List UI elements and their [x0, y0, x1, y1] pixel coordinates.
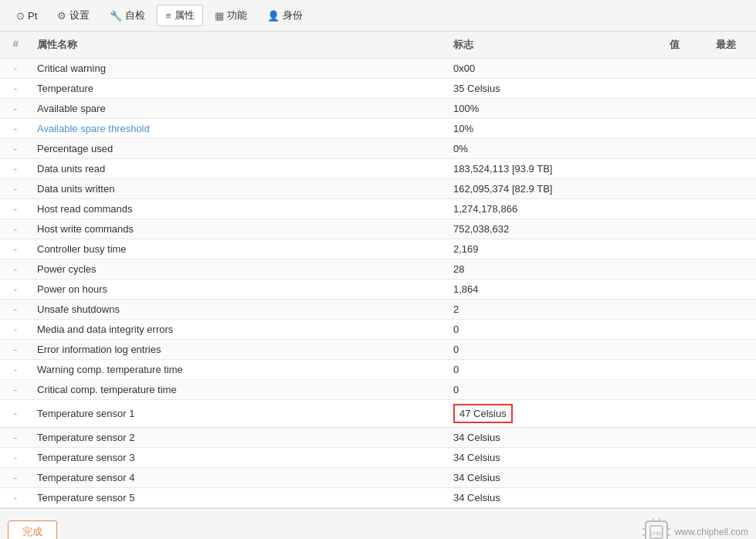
row-name: Data units written	[31, 179, 447, 198]
row-flag: 10%	[447, 119, 663, 138]
row-diff	[710, 434, 756, 442]
row-num: -	[0, 199, 31, 219]
row-diff	[710, 286, 756, 293]
watermark: chip www.chiphell.com	[642, 518, 748, 539]
row-flag: 100%	[447, 99, 663, 118]
row-num: -	[0, 280, 31, 299]
row-diff	[710, 145, 756, 153]
row-num: -	[0, 320, 31, 339]
svg-text:chip: chip	[650, 530, 662, 537]
row-name: Temperature sensor 2	[31, 428, 447, 447]
table-row: -Error information log entries0	[0, 340, 756, 360]
row-value	[663, 494, 710, 502]
row-diff	[710, 474, 756, 482]
row-name: Temperature sensor 3	[31, 448, 447, 467]
row-num: -	[0, 404, 31, 423]
row-value	[663, 306, 710, 314]
row-diff	[710, 346, 756, 354]
table-row: -Media and data integrity errors0	[0, 320, 756, 340]
footer: 完成 chip www.chiphell.com	[0, 508, 756, 539]
row-name: Available spare	[31, 99, 447, 118]
toolbar-btn-attributes[interactable]: ≡属性	[157, 5, 203, 26]
identity-icon: 👤	[267, 10, 280, 22]
row-name: Unsafe shutdowns	[31, 300, 447, 319]
row-value	[663, 105, 710, 113]
row-flag: 47 Celsius	[447, 400, 663, 427]
table-row: -Temperature sensor 147 Celsius	[0, 400, 756, 428]
row-num: -	[0, 259, 31, 279]
row-value	[663, 326, 710, 334]
row-value	[663, 246, 710, 253]
table-row: -Critical warning0x00	[0, 59, 756, 79]
row-flag: 35 Celsius	[447, 79, 663, 98]
row-value	[663, 366, 710, 374]
table-row: -Data units read183,524,113 [93.9 TB]	[0, 159, 756, 179]
row-name: Host read commands	[31, 199, 447, 219]
toolbar-btn-function[interactable]: ▦功能	[206, 5, 256, 26]
row-num: -	[0, 340, 31, 359]
watermark-text: www.chiphell.com	[675, 527, 748, 537]
row-name: Percentage used	[31, 139, 447, 158]
row-flag: 2,169	[447, 239, 663, 259]
row-num: -	[0, 139, 31, 158]
table-row: -Temperature35 Celsius	[0, 79, 756, 99]
row-num: -	[0, 360, 31, 379]
row-flag: 1,274,178,866	[447, 199, 663, 219]
function-icon: ▦	[215, 10, 224, 22]
row-flag: 0	[447, 320, 663, 339]
attributes-label: 属性	[175, 8, 195, 22]
row-diff	[710, 266, 756, 273]
row-name: Temperature	[31, 79, 447, 98]
row-value	[663, 165, 710, 173]
row-num: -	[0, 99, 31, 118]
row-value	[663, 185, 710, 193]
table-row: -Temperature sensor 434 Celsius	[0, 468, 756, 488]
row-value	[663, 65, 710, 73]
row-diff	[710, 306, 756, 314]
pt-icon: ⊙	[16, 10, 25, 22]
row-diff	[710, 65, 756, 73]
row-diff	[710, 386, 756, 394]
row-name: Critical comp. temperature time	[31, 380, 447, 399]
row-num: -	[0, 300, 31, 319]
row-num: -	[0, 428, 31, 447]
row-name: Temperature sensor 4	[31, 468, 447, 487]
row-value	[663, 225, 710, 233]
table-row: -Critical comp. temperature time0	[0, 380, 756, 400]
row-flag: 34 Celsius	[447, 428, 663, 447]
row-diff	[710, 125, 756, 133]
settings-label: 设置	[69, 8, 90, 22]
row-num: -	[0, 380, 31, 399]
row-num: -	[0, 179, 31, 198]
row-name: Power on hours	[31, 280, 447, 299]
row-value	[663, 85, 710, 93]
toolbar-btn-settings[interactable]: ⚙设置	[49, 5, 98, 26]
row-diff	[710, 165, 756, 173]
row-name: Temperature sensor 5	[31, 488, 447, 507]
toolbar-btn-identity[interactable]: 👤身份	[259, 5, 311, 26]
row-name: Available spare threshold	[31, 119, 447, 138]
row-value	[663, 454, 710, 462]
row-diff	[710, 366, 756, 374]
row-flag: 2	[447, 300, 663, 319]
finish-button[interactable]: 完成	[8, 520, 57, 539]
row-diff	[710, 246, 756, 253]
row-diff	[710, 454, 756, 462]
toolbar-btn-pt[interactable]: ⊙Pt	[8, 6, 46, 25]
table-row: -Power cycles28	[0, 259, 756, 280]
row-num: -	[0, 488, 31, 507]
function-label: 功能	[227, 8, 247, 22]
row-flag: 0x00	[447, 59, 663, 78]
row-diff	[710, 494, 756, 502]
row-flag: 752,038,632	[447, 219, 663, 239]
row-num: -	[0, 79, 31, 98]
attributes-icon: ≡	[165, 10, 171, 22]
table-row: -Host write commands752,038,632	[0, 219, 756, 239]
row-value	[663, 125, 710, 133]
row-flag: 0	[447, 360, 663, 379]
toolbar-btn-autocheck[interactable]: 🔧自检	[101, 5, 154, 26]
settings-icon: ⚙	[57, 10, 66, 22]
row-name: Power cycles	[31, 259, 447, 279]
row-num: -	[0, 59, 31, 78]
table-row: -Power on hours1,864	[0, 280, 756, 300]
